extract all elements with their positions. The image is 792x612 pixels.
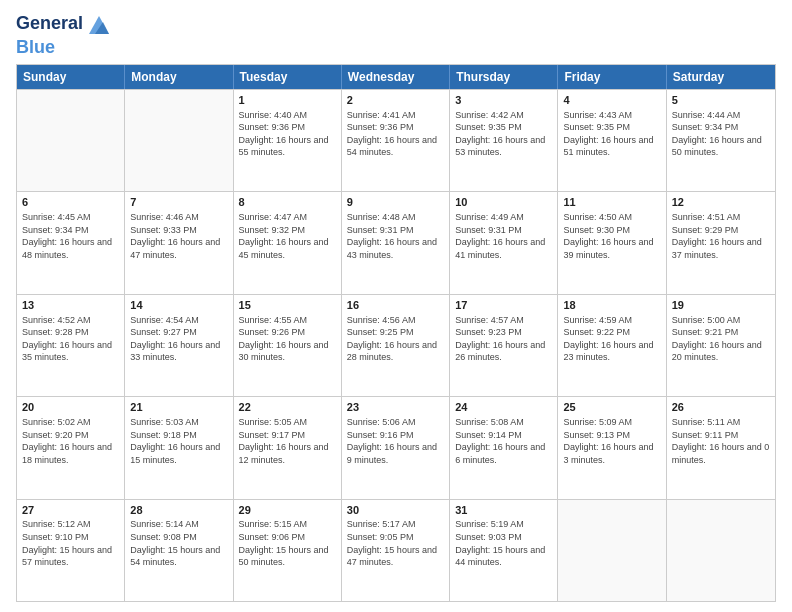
logo: General Blue [16, 10, 113, 58]
day-number: 21 [130, 400, 227, 415]
cell-info: Sunrise: 4:49 AM Sunset: 9:31 PM Dayligh… [455, 211, 552, 261]
cell-info: Sunrise: 5:17 AM Sunset: 9:05 PM Dayligh… [347, 518, 444, 568]
day-number: 10 [455, 195, 552, 210]
day-number: 27 [22, 503, 119, 518]
calendar-cell: 7Sunrise: 4:46 AM Sunset: 9:33 PM Daylig… [125, 192, 233, 293]
cell-info: Sunrise: 5:03 AM Sunset: 9:18 PM Dayligh… [130, 416, 227, 466]
day-number: 14 [130, 298, 227, 313]
day-number: 18 [563, 298, 660, 313]
cell-info: Sunrise: 4:45 AM Sunset: 9:34 PM Dayligh… [22, 211, 119, 261]
logo-text-blue: Blue [16, 38, 113, 58]
day-number: 26 [672, 400, 770, 415]
cell-info: Sunrise: 4:56 AM Sunset: 9:25 PM Dayligh… [347, 314, 444, 364]
calendar-cell: 8Sunrise: 4:47 AM Sunset: 9:32 PM Daylig… [234, 192, 342, 293]
calendar-row: 1Sunrise: 4:40 AM Sunset: 9:36 PM Daylig… [17, 89, 775, 191]
calendar-cell: 21Sunrise: 5:03 AM Sunset: 9:18 PM Dayli… [125, 397, 233, 498]
day-number: 23 [347, 400, 444, 415]
calendar-cell: 9Sunrise: 4:48 AM Sunset: 9:31 PM Daylig… [342, 192, 450, 293]
calendar-cell: 27Sunrise: 5:12 AM Sunset: 9:10 PM Dayli… [17, 500, 125, 601]
calendar-cell: 28Sunrise: 5:14 AM Sunset: 9:08 PM Dayli… [125, 500, 233, 601]
day-number: 15 [239, 298, 336, 313]
calendar-cell: 25Sunrise: 5:09 AM Sunset: 9:13 PM Dayli… [558, 397, 666, 498]
calendar-cell: 10Sunrise: 4:49 AM Sunset: 9:31 PM Dayli… [450, 192, 558, 293]
cell-info: Sunrise: 5:06 AM Sunset: 9:16 PM Dayligh… [347, 416, 444, 466]
cell-info: Sunrise: 5:08 AM Sunset: 9:14 PM Dayligh… [455, 416, 552, 466]
day-number: 4 [563, 93, 660, 108]
cell-info: Sunrise: 4:54 AM Sunset: 9:27 PM Dayligh… [130, 314, 227, 364]
cell-info: Sunrise: 4:43 AM Sunset: 9:35 PM Dayligh… [563, 109, 660, 159]
day-number: 31 [455, 503, 552, 518]
day-number: 13 [22, 298, 119, 313]
calendar-cell [125, 90, 233, 191]
day-number: 30 [347, 503, 444, 518]
day-number: 2 [347, 93, 444, 108]
day-number: 17 [455, 298, 552, 313]
day-number: 24 [455, 400, 552, 415]
cell-info: Sunrise: 5:15 AM Sunset: 9:06 PM Dayligh… [239, 518, 336, 568]
day-number: 20 [22, 400, 119, 415]
day-number: 11 [563, 195, 660, 210]
calendar-row: 20Sunrise: 5:02 AM Sunset: 9:20 PM Dayli… [17, 396, 775, 498]
cell-info: Sunrise: 4:40 AM Sunset: 9:36 PM Dayligh… [239, 109, 336, 159]
calendar-cell: 20Sunrise: 5:02 AM Sunset: 9:20 PM Dayli… [17, 397, 125, 498]
calendar-cell [558, 500, 666, 601]
calendar-header-row: SundayMondayTuesdayWednesdayThursdayFrid… [17, 65, 775, 89]
day-number: 22 [239, 400, 336, 415]
calendar-row: 6Sunrise: 4:45 AM Sunset: 9:34 PM Daylig… [17, 191, 775, 293]
day-number: 7 [130, 195, 227, 210]
cell-info: Sunrise: 4:50 AM Sunset: 9:30 PM Dayligh… [563, 211, 660, 261]
cell-info: Sunrise: 4:57 AM Sunset: 9:23 PM Dayligh… [455, 314, 552, 364]
calendar-header-cell: Friday [558, 65, 666, 89]
calendar-header-cell: Saturday [667, 65, 775, 89]
day-number: 28 [130, 503, 227, 518]
calendar-body: 1Sunrise: 4:40 AM Sunset: 9:36 PM Daylig… [17, 89, 775, 601]
cell-info: Sunrise: 5:11 AM Sunset: 9:11 PM Dayligh… [672, 416, 770, 466]
cell-info: Sunrise: 4:59 AM Sunset: 9:22 PM Dayligh… [563, 314, 660, 364]
cell-info: Sunrise: 4:55 AM Sunset: 9:26 PM Dayligh… [239, 314, 336, 364]
calendar-cell [17, 90, 125, 191]
calendar-cell: 31Sunrise: 5:19 AM Sunset: 9:03 PM Dayli… [450, 500, 558, 601]
cell-info: Sunrise: 4:42 AM Sunset: 9:35 PM Dayligh… [455, 109, 552, 159]
logo-text: General [16, 14, 83, 34]
calendar-header-cell: Thursday [450, 65, 558, 89]
page-header: General Blue [16, 10, 776, 58]
calendar-cell: 23Sunrise: 5:06 AM Sunset: 9:16 PM Dayli… [342, 397, 450, 498]
cell-info: Sunrise: 5:19 AM Sunset: 9:03 PM Dayligh… [455, 518, 552, 568]
logo-icon [85, 10, 113, 38]
cell-info: Sunrise: 4:51 AM Sunset: 9:29 PM Dayligh… [672, 211, 770, 261]
cell-info: Sunrise: 5:09 AM Sunset: 9:13 PM Dayligh… [563, 416, 660, 466]
calendar-cell [667, 500, 775, 601]
calendar-cell: 17Sunrise: 4:57 AM Sunset: 9:23 PM Dayli… [450, 295, 558, 396]
calendar-cell: 2Sunrise: 4:41 AM Sunset: 9:36 PM Daylig… [342, 90, 450, 191]
calendar-cell: 12Sunrise: 4:51 AM Sunset: 9:29 PM Dayli… [667, 192, 775, 293]
calendar-cell: 1Sunrise: 4:40 AM Sunset: 9:36 PM Daylig… [234, 90, 342, 191]
day-number: 16 [347, 298, 444, 313]
calendar-cell: 26Sunrise: 5:11 AM Sunset: 9:11 PM Dayli… [667, 397, 775, 498]
calendar-header-cell: Wednesday [342, 65, 450, 89]
cell-info: Sunrise: 4:46 AM Sunset: 9:33 PM Dayligh… [130, 211, 227, 261]
day-number: 9 [347, 195, 444, 210]
calendar-cell: 19Sunrise: 5:00 AM Sunset: 9:21 PM Dayli… [667, 295, 775, 396]
calendar-cell: 30Sunrise: 5:17 AM Sunset: 9:05 PM Dayli… [342, 500, 450, 601]
calendar-cell: 22Sunrise: 5:05 AM Sunset: 9:17 PM Dayli… [234, 397, 342, 498]
calendar-cell: 4Sunrise: 4:43 AM Sunset: 9:35 PM Daylig… [558, 90, 666, 191]
calendar-header-cell: Monday [125, 65, 233, 89]
cell-info: Sunrise: 5:12 AM Sunset: 9:10 PM Dayligh… [22, 518, 119, 568]
calendar-cell: 18Sunrise: 4:59 AM Sunset: 9:22 PM Dayli… [558, 295, 666, 396]
cell-info: Sunrise: 5:05 AM Sunset: 9:17 PM Dayligh… [239, 416, 336, 466]
cell-info: Sunrise: 4:47 AM Sunset: 9:32 PM Dayligh… [239, 211, 336, 261]
calendar-header-cell: Sunday [17, 65, 125, 89]
day-number: 1 [239, 93, 336, 108]
cell-info: Sunrise: 4:48 AM Sunset: 9:31 PM Dayligh… [347, 211, 444, 261]
calendar-cell: 11Sunrise: 4:50 AM Sunset: 9:30 PM Dayli… [558, 192, 666, 293]
calendar-cell: 3Sunrise: 4:42 AM Sunset: 9:35 PM Daylig… [450, 90, 558, 191]
calendar-row: 27Sunrise: 5:12 AM Sunset: 9:10 PM Dayli… [17, 499, 775, 601]
calendar-cell: 29Sunrise: 5:15 AM Sunset: 9:06 PM Dayli… [234, 500, 342, 601]
cell-info: Sunrise: 4:41 AM Sunset: 9:36 PM Dayligh… [347, 109, 444, 159]
cell-info: Sunrise: 5:00 AM Sunset: 9:21 PM Dayligh… [672, 314, 770, 364]
calendar-cell: 13Sunrise: 4:52 AM Sunset: 9:28 PM Dayli… [17, 295, 125, 396]
cell-info: Sunrise: 4:44 AM Sunset: 9:34 PM Dayligh… [672, 109, 770, 159]
day-number: 12 [672, 195, 770, 210]
day-number: 6 [22, 195, 119, 210]
calendar-cell: 24Sunrise: 5:08 AM Sunset: 9:14 PM Dayli… [450, 397, 558, 498]
